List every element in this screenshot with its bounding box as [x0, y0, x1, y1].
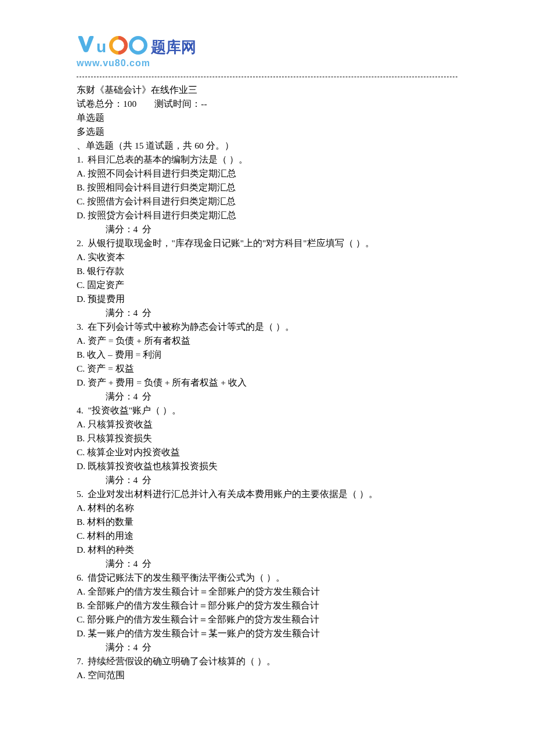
exam-meta-line: 试卷总分：100 测试时间：--	[77, 97, 457, 111]
question-score: 满分：4 分	[77, 306, 457, 320]
question-score: 满分：4 分	[77, 390, 457, 404]
question-option: A. 按照不同会计科目进行归类定期汇总	[77, 167, 457, 181]
question-option: D. 按照贷方会计科目进行归类定期汇总	[77, 208, 457, 222]
question-stem: 4. "投资收益"账户（ ）。	[77, 404, 457, 417]
question-option: A. 实收资本	[77, 250, 457, 264]
question-stem: 7. 持续经营假设的确立明确了会计核算的（ ）。	[77, 654, 457, 668]
question-option: D. 资产 + 费用 = 负债 + 所有者权益 + 收入	[77, 376, 457, 390]
total-score-label: 试卷总分：100	[77, 99, 136, 109]
document-content: 东财《基础会计》在线作业三 试卷总分：100 测试时间：-- 单选题 多选题 、…	[77, 83, 457, 682]
section-header: 、单选题（共 15 道试题，共 60 分。）	[77, 139, 457, 153]
questions-container: 1. 科目汇总表的基本的编制方法是（ ）。A. 按照不同会计科目进行归类定期汇总…	[77, 153, 457, 682]
test-time-label: 测试时间：--	[154, 99, 207, 109]
question-option: A. 只核算投资收益	[77, 417, 457, 431]
question-option: B. 只核算投资损失	[77, 431, 457, 445]
question-option: C. 资产 = 权益	[77, 362, 457, 376]
question-option: B. 全部账户的借方发生额合计＝部分账户的贷方发生额合计	[77, 599, 457, 613]
logo-domain-text: www.vu80.com	[77, 58, 457, 69]
question-option: C. 材料的用途	[77, 529, 457, 543]
single-choice-label: 单选题	[77, 111, 457, 125]
question-option: D. 某一账户的借方发生额合计＝某一账户的贷方发生额合计	[77, 627, 457, 640]
question-option: A. 资产 = 负债 + 所有者权益	[77, 334, 457, 348]
question-option: A. 全部账户的借方发生额合计＝全部账户的贷方发生额合计	[77, 585, 457, 599]
question-stem: 5. 企业对发出材料进行汇总并计入有关成本费用账户的主要依据是（ ）。	[77, 487, 457, 501]
question-option: A. 材料的名称	[77, 501, 457, 515]
question-stem: 6. 借贷记账法下的发生额平衡法平衡公式为（ ）。	[77, 571, 457, 585]
question-score: 满分：4 分	[77, 222, 457, 236]
question-option: C. 按照借方会计科目进行归类定期汇总	[77, 195, 457, 208]
question-option: B. 材料的数量	[77, 515, 457, 529]
svg-point-2	[131, 38, 146, 53]
exam-title: 东财《基础会计》在线作业三	[77, 83, 457, 97]
logo-text: 题库网	[150, 39, 196, 56]
question-option: C. 固定资产	[77, 278, 457, 292]
question-option: D. 既核算投资收益也核算投资损失	[77, 459, 457, 473]
question-option: D. 预提费用	[77, 292, 457, 306]
question-option: C. 部分账户的借方发生额合计＝全部账户的贷方发生额合计	[77, 613, 457, 627]
question-option: B. 银行存款	[77, 264, 457, 278]
logo-icon: u 题库网	[77, 35, 199, 59]
question-option: C. 核算企业对内投资收益	[77, 445, 457, 459]
question-option: A. 空间范围	[77, 668, 457, 682]
question-option: D. 材料的种类	[77, 543, 457, 557]
question-stem: 2. 从银行提取现金时，"库存现金日记账"上的"对方科目"栏应填写（ ）。	[77, 236, 457, 250]
question-score: 满分：4 分	[77, 557, 457, 571]
svg-text:u: u	[96, 38, 106, 56]
question-option: B. 按照相同会计科目进行归类定期汇总	[77, 181, 457, 195]
question-stem: 1. 科目汇总表的基本的编制方法是（ ）。	[77, 153, 457, 167]
header-separator	[77, 77, 457, 77]
question-score: 满分：4 分	[77, 640, 457, 654]
question-score: 满分：4 分	[77, 473, 457, 487]
question-stem: 3. 在下列会计等式中被称为静态会计等式的是（ ）。	[77, 320, 457, 334]
site-logo: u 题库网 www.vu80.com	[77, 35, 457, 70]
question-option: B. 收入 – 费用 = 利润	[77, 348, 457, 362]
multi-choice-label: 多选题	[77, 125, 457, 139]
